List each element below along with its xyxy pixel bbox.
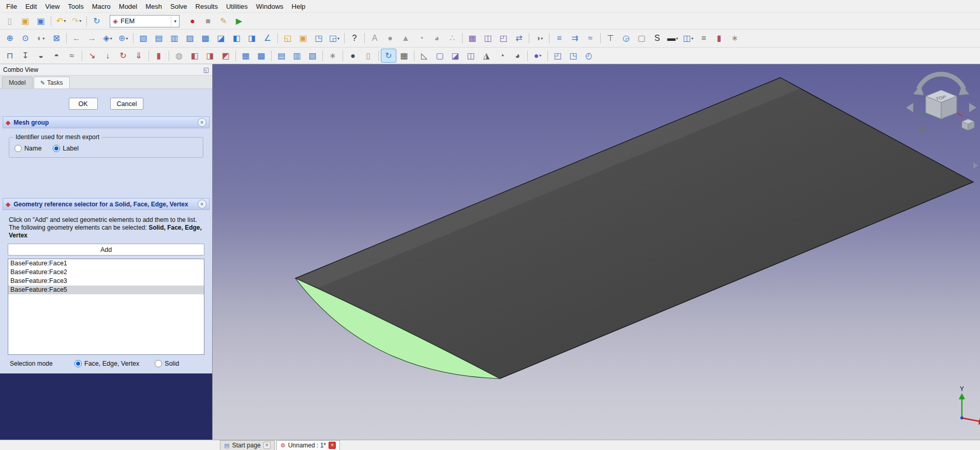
view-axonometric-icon[interactable]: ◨: [244, 32, 260, 46]
fit-all-icon[interactable]: ⊕: [2, 32, 18, 46]
tab-close-icon[interactable]: ×: [329, 442, 336, 449]
separator[interactable]: [146, 49, 151, 63]
selection-mode-radio[interactable]: Solid: [155, 360, 179, 367]
separator[interactable]: [376, 49, 381, 63]
separator[interactable]: [320, 49, 325, 63]
whats-this-icon[interactable]: ?: [347, 32, 362, 46]
transform-icon[interactable]: ⇄: [511, 32, 527, 46]
separator[interactable]: [525, 49, 530, 63]
mesh-displacement-icon[interactable]: ◺: [417, 49, 432, 63]
separator[interactable]: [84, 14, 89, 28]
element-geometry-2d-icon[interactable]: ◨: [202, 49, 218, 63]
filter-clip-region-icon[interactable]: ◔: [494, 49, 510, 63]
view-bottom-icon[interactable]: ◪: [213, 32, 229, 46]
reference-list-item[interactable]: BaseFeature:Face2: [8, 268, 204, 277]
cancel-button[interactable]: Cancel: [110, 98, 144, 110]
warp-vector-icon[interactable]: ◮: [479, 49, 494, 63]
selection-mode-radio[interactable]: Face, Edge, Vertex: [75, 360, 139, 367]
undo-icon[interactable]: ↶: [53, 14, 69, 28]
scene-inspector-icon[interactable]: ≡: [552, 32, 567, 46]
annotation-text-icon[interactable]: A: [367, 32, 382, 46]
mirror-icon[interactable]: ◫: [480, 32, 496, 46]
view-top-icon[interactable]: ▥: [167, 32, 182, 46]
new-document-icon[interactable]: ▯: [2, 14, 18, 28]
view-right-icon[interactable]: ▨: [182, 32, 198, 46]
view-rear-icon[interactable]: ▩: [198, 32, 213, 46]
post-pipeline-icon[interactable]: ●: [530, 49, 545, 63]
pan-right-arrow-icon[interactable]: [969, 103, 976, 112]
separator[interactable]: [547, 32, 552, 46]
make-link-icon[interactable]: ◳: [311, 32, 326, 46]
result-show-icon[interactable]: ◪: [448, 49, 463, 63]
separator[interactable]: [64, 32, 69, 46]
shape-refine-icon[interactable]: ◕: [429, 32, 444, 46]
element-fluid-section-icon[interactable]: ◩: [218, 49, 233, 63]
fit-selection-icon[interactable]: ⊙: [18, 32, 33, 46]
mesh-region-icon[interactable]: ▦: [396, 49, 412, 63]
separator[interactable]: [167, 49, 171, 63]
measure-linear-icon[interactable]: ▬: [665, 32, 680, 46]
mesh-netgen-icon[interactable]: ▦: [238, 49, 254, 63]
mesh-gmsh-icon[interactable]: ▩: [254, 49, 269, 63]
mesh-result-display-icon[interactable]: ▧: [305, 49, 320, 63]
mesh-boundary-layer-icon[interactable]: ▤: [274, 49, 289, 63]
constraint-displacement-icon[interactable]: ↧: [18, 49, 33, 63]
clipping-plane-icon[interactable]: ◶: [618, 32, 634, 46]
constraint-temperature-icon[interactable]: ▮: [151, 49, 167, 63]
post-data-along-line-icon[interactable]: ◴: [581, 49, 597, 63]
box-selection-icon[interactable]: ⊠: [49, 32, 64, 46]
menu-item[interactable]: Tools: [64, 2, 87, 11]
rotate-orbit-arrow-icon[interactable]: [918, 74, 964, 89]
menu-item[interactable]: Model: [115, 2, 141, 11]
scale-icon[interactable]: ◰: [496, 32, 511, 46]
separator[interactable]: [131, 32, 136, 46]
constraint-tie-icon[interactable]: ◓: [49, 49, 64, 63]
wing-solid[interactable]: [295, 78, 973, 379]
macro-edit-icon[interactable]: ✎: [216, 14, 231, 28]
separator[interactable]: [545, 49, 550, 63]
primitive-cone-icon[interactable]: ▲: [398, 32, 413, 46]
menu-item[interactable]: Results: [191, 2, 222, 11]
constraint-fixed-icon[interactable]: ⊓: [2, 49, 18, 63]
filter-clip-scalar-icon[interactable]: ◕: [510, 49, 525, 63]
solver-icon[interactable]: S: [649, 32, 665, 46]
menu-item[interactable]: Macro: [88, 2, 115, 11]
reference-list-item[interactable]: BaseFeature:Face1: [8, 259, 204, 268]
separator[interactable]: [340, 49, 345, 63]
view-left-icon[interactable]: ◧: [229, 32, 244, 46]
float-panel-icon[interactable]: ◱: [203, 66, 209, 73]
mesh-refinement-icon[interactable]: ▥: [289, 49, 305, 63]
separator[interactable]: [233, 49, 238, 63]
texture-mapping-icon[interactable]: ▢: [634, 32, 649, 46]
nav-back-icon[interactable]: ←: [69, 32, 84, 46]
reference-list-item[interactable]: BaseFeature:Face3: [8, 277, 204, 286]
axis-cross-icon[interactable]: ⊤: [603, 32, 618, 46]
constraint-centrifugal-icon[interactable]: ↻: [115, 49, 131, 63]
femmesh-to-mesh-icon[interactable]: ●: [345, 49, 361, 63]
menu-item[interactable]: Windows: [252, 2, 288, 11]
view-home-icon[interactable]: ▧: [136, 32, 151, 46]
link-group-icon[interactable]: ◫: [680, 32, 696, 46]
view-isometric-icon[interactable]: ◈: [100, 32, 115, 46]
nav-mini-cube-icon[interactable]: [962, 119, 974, 130]
rotate-right-edge-arrow-icon[interactable]: [973, 162, 978, 169]
separator[interactable]: [598, 32, 603, 46]
create-group-icon[interactable]: ▣: [295, 32, 311, 46]
constraint-pressure-icon[interactable]: ↓: [100, 49, 115, 63]
appearance-icon[interactable]: ◑: [531, 32, 547, 46]
constraint-contact-icon[interactable]: ◒: [33, 49, 49, 63]
separator[interactable]: [275, 32, 280, 46]
nav-forward-icon[interactable]: →: [84, 32, 100, 46]
mesh-clear-icon[interactable]: ▢: [432, 49, 448, 63]
view-front-icon[interactable]: ▤: [151, 32, 167, 46]
beam-section-icon[interactable]: ◍: [171, 49, 187, 63]
combo-view-tab[interactable]: ✎ Tasks: [34, 77, 70, 88]
refresh-icon[interactable]: ↻: [89, 14, 105, 28]
separator[interactable]: [527, 32, 531, 46]
menu-item[interactable]: Utilities: [222, 2, 252, 11]
macro-play-icon[interactable]: ▶: [231, 14, 247, 28]
menu-item[interactable]: Solve: [166, 2, 191, 11]
combo-view-tab[interactable]: Model: [2, 77, 33, 88]
array-icon[interactable]: ▦: [465, 32, 480, 46]
element-geometry-1d-icon[interactable]: ◧: [187, 49, 202, 63]
